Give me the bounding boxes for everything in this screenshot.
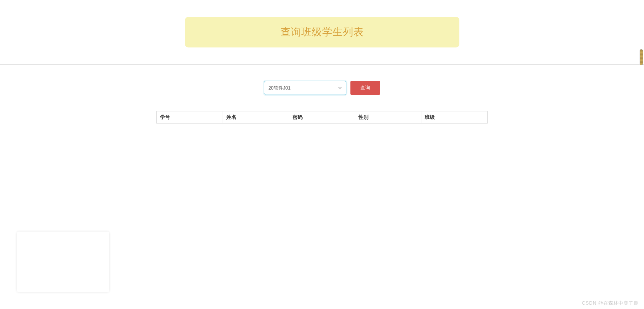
student-table: 学号 姓名 密码 性别 班级 <box>156 111 488 124</box>
class-select[interactable]: 20软件J01 <box>264 81 346 95</box>
table-header-row: 学号 姓名 密码 性别 班级 <box>157 111 488 124</box>
query-button[interactable]: 查询 <box>350 81 380 95</box>
search-section: 20软件J01 查询 <box>0 65 644 111</box>
table-container: 学号 姓名 密码 性别 班级 <box>156 111 488 124</box>
col-gender: 性别 <box>355 111 421 124</box>
title-banner: 查询班级学生列表 <box>185 17 459 47</box>
col-class: 班级 <box>421 111 488 124</box>
scrollbar-thumb[interactable] <box>640 49 643 65</box>
watermark: CSDN @在森林中麋了鹿 <box>582 300 639 306</box>
header-section: 查询班级学生列表 <box>0 0 644 65</box>
col-password: 密码 <box>289 111 355 124</box>
bottom-floating-box <box>17 232 109 292</box>
col-name: 姓名 <box>223 111 289 124</box>
col-student-id: 学号 <box>157 111 223 124</box>
page-title: 查询班级学生列表 <box>185 25 459 39</box>
